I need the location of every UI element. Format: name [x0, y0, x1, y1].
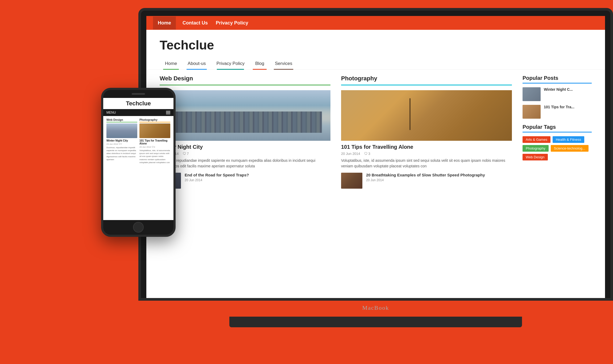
tag-photography[interactable]: Photography	[523, 145, 549, 152]
site-logo: Techclue	[160, 38, 592, 52]
tag-health-fitness[interactable]: Health & Fitness	[553, 136, 584, 143]
nav-services[interactable]: Services	[270, 58, 297, 69]
travelling-alone-meta: 20 Jun 2014 🗨 3	[341, 152, 512, 156]
nav-privacy[interactable]: Privacy Policy	[211, 58, 250, 69]
site-header: Techclue	[146, 30, 605, 55]
laptop-body: Home Contact Us Privacy Policy Techclue …	[138, 8, 613, 301]
laptop: Home Contact Us Privacy Policy Techclue …	[138, 8, 613, 327]
winter-city-comments: 🗨 7	[183, 152, 189, 156]
popular-post-2-title[interactable]: 101 Tips for Tra...	[544, 105, 574, 119]
phone-winter-thumb	[106, 123, 137, 138]
phone-winter-text: Ducimus, repudiandae impedit sapiente ex…	[106, 146, 137, 161]
phone-site-title: Techclue	[106, 100, 170, 107]
phone: Techclue MENU Web Design Winter Night Ci…	[101, 88, 176, 237]
tags-container: Arts & Games Health & Fitness Photograph…	[523, 136, 592, 160]
photography-underline	[341, 85, 512, 85]
speed-trap-article: End of the Road for Speed Traps? 20 Jun …	[160, 173, 330, 189]
popular-post-1-title[interactable]: Winter Night C...	[544, 87, 573, 101]
laptop-base	[229, 317, 522, 327]
popular-posts-title: Popular Posts	[523, 75, 592, 81]
winter-city-meta: 23 Jun 2014 🗨 7	[160, 152, 330, 156]
phone-menu-label: MENU	[106, 111, 116, 114]
phone-web-design-title: Web Design	[106, 118, 137, 122]
top-nav-privacy[interactable]: Privacy Policy	[216, 20, 248, 26]
phone-hamburger-icon[interactable]	[166, 111, 170, 114]
popular-post-1-image	[523, 87, 541, 101]
laptop-brand: MacBook	[362, 304, 389, 311]
top-nav-home[interactable]: Home	[153, 16, 176, 30]
popular-tags-title: Popular Tags	[523, 124, 592, 130]
phone-home-button[interactable]	[133, 222, 144, 233]
slow-shutter-date: 20 Jun 2014	[366, 178, 485, 182]
speed-trap-info: End of the Road for Speed Traps? 20 Jun …	[185, 173, 249, 189]
tag-web-design[interactable]: Web Design	[523, 154, 548, 160]
travelling-alone-image	[341, 90, 512, 141]
main-nav: Home About-us Privacy Policy Blog Servic…	[146, 55, 605, 70]
popular-posts-underline	[523, 83, 592, 84]
winter-city-image	[160, 90, 330, 141]
slow-shutter-article: 20 Breathtaking Examples of Slow Shutter…	[341, 173, 512, 189]
popular-post-2: 101 Tips for Tra...	[523, 105, 592, 119]
travelling-alone-title[interactable]: 101 Tips for Travelling Alone	[341, 144, 512, 150]
nav-blog[interactable]: Blog	[250, 58, 270, 69]
tag-science[interactable]: Science-technolog...	[551, 145, 589, 152]
phone-photography-col: Photography 101 Tips for Travelling Alon…	[139, 118, 170, 164]
phone-columns: Web Design Winter Night City 23 Jun 2014…	[106, 118, 170, 164]
phone-site-header: Techclue	[103, 98, 173, 109]
photography-column: Photography 101 Tips for Travelling Alon…	[341, 75, 512, 192]
web-design-title: Web Design	[160, 75, 330, 82]
travelling-alone-comments: 🗨 3	[364, 152, 370, 156]
top-nav-bar: Home Contact Us Privacy Policy	[146, 16, 605, 30]
phone-winter-meta: 23 Jun 2014 🗨7	[106, 143, 137, 145]
phone-menu-bar: MENU	[103, 109, 173, 116]
travelling-alone-excerpt: Voluptatibus, iste, id assumenda ipsum s…	[341, 158, 512, 169]
tag-arts-games[interactable]: Arts & Games	[523, 136, 550, 143]
slow-shutter-image	[341, 173, 362, 189]
phone-web-design-col: Web Design Winter Night City 23 Jun 2014…	[106, 118, 137, 164]
speed-trap-date: 20 Jun 2014	[185, 178, 249, 182]
phone-screen: Techclue MENU Web Design Winter Night Ci…	[103, 98, 173, 220]
web-design-column: Web Design Winter Night City 23 Jun 2014…	[160, 75, 330, 192]
web-design-underline	[160, 85, 330, 85]
phone-photo-thumb	[139, 123, 170, 138]
popular-tags-underline	[523, 132, 592, 133]
top-nav-contact[interactable]: Contact Us	[183, 20, 208, 26]
phone-photography-title: Photography	[139, 118, 170, 122]
site-content: Web Design Winter Night City 23 Jun 2014…	[146, 70, 605, 198]
nav-home[interactable]: Home	[160, 58, 182, 69]
phone-winter-title[interactable]: Winter Night City	[106, 139, 137, 142]
popular-post-2-image	[523, 105, 541, 119]
travelling-alone-date: 20 Jun 2014	[341, 152, 360, 156]
popular-post-1: Winter Night C...	[523, 87, 592, 101]
winter-city-title[interactable]: Winter Night City	[160, 144, 330, 150]
speed-trap-title[interactable]: End of the Road for Speed Traps?	[185, 173, 249, 177]
phone-travel-meta: 20 Jun 2014 🗨3	[139, 146, 170, 148]
laptop-screen: Home Contact Us Privacy Policy Techclue …	[146, 16, 605, 298]
sidebar: Popular Posts Winter Night C... 101 Tips…	[523, 75, 592, 192]
nav-about[interactable]: About-us	[182, 58, 211, 69]
photography-title: Photography	[341, 75, 512, 82]
phone-content: Web Design Winter Night City 23 Jun 2014…	[103, 116, 173, 168]
winter-city-excerpt: Ducimus, repudiandae impedit sapiente ex…	[160, 158, 330, 169]
phone-travel-text: Voluptatibus, iste, id assumenda ipsum s…	[139, 149, 170, 164]
phone-travel-title[interactable]: 101 Tips for Travelling Alone	[139, 139, 170, 145]
tags-section: Popular Tags Arts & Games Health & Fitne…	[523, 124, 592, 160]
slow-shutter-info: 20 Breathtaking Examples of Slow Shutter…	[366, 173, 485, 189]
slow-shutter-title[interactable]: 20 Breathtaking Examples of Slow Shutter…	[366, 173, 485, 177]
phone-speaker	[132, 93, 145, 95]
